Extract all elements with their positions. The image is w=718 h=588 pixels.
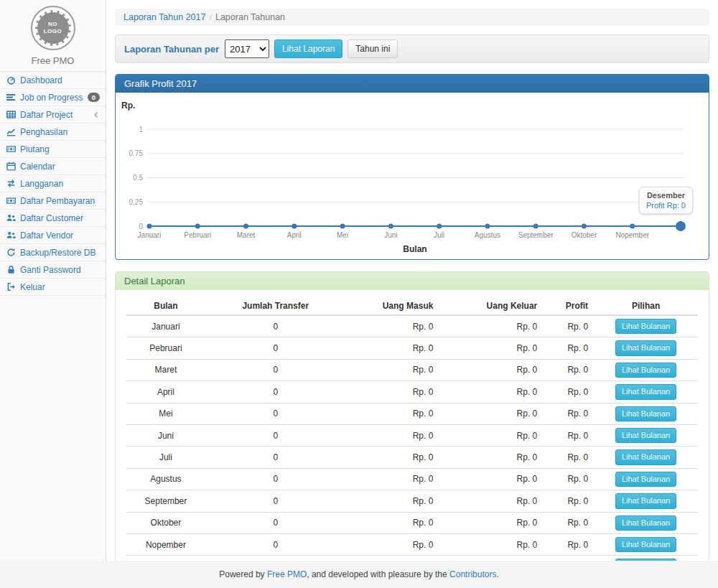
tahun-ini-button[interactable]: Tahun ini [348, 39, 398, 59]
chevron-left-icon [93, 111, 100, 118]
chart-area[interactable]: Rp.10.750.50.250JanuariPebruariMaretApri… [116, 93, 709, 259]
table-cell: Rp. 0 [543, 315, 594, 337]
lihat-bulanan-button[interactable]: Lihat Bulanan [615, 363, 676, 378]
sidebar-item-label: Langganan [20, 179, 63, 189]
table-cell: September [126, 490, 205, 512]
table-cell: Rp. 0 [346, 403, 439, 424]
sidebar-item-piutang[interactable]: Piutang [0, 141, 106, 158]
sidebar-item-label: Job on Progress [20, 93, 83, 103]
table-cell-action: Lihat Bulanan [594, 381, 698, 403]
exchange-icon [6, 179, 16, 188]
sidebar-item-label: Dashboard [20, 75, 62, 85]
table-cell: Juli [126, 447, 205, 468]
chart-tooltip: Desember Profit Rp: 0 [639, 187, 693, 214]
table-cell: 0 [205, 533, 346, 555]
table-cell: Rp. 0 [543, 490, 594, 512]
table-cell: Rp. 0 [439, 468, 543, 490]
table-cell: April [126, 381, 205, 403]
lihat-bulanan-button[interactable]: Lihat Bulanan [615, 406, 676, 421]
lihat-bulanan-button[interactable]: Lihat Bulanan [615, 493, 676, 508]
table-cell: Rp. 0 [439, 381, 543, 403]
table-cell: 0 [205, 468, 346, 490]
sidebar-item-langganan[interactable]: Langganan [0, 175, 106, 192]
page-footer: Powered by Free PMO, and developed with … [0, 561, 718, 588]
y-tick-label: 0.25 [129, 198, 144, 206]
tooltip-month: Desember [646, 191, 686, 200]
sidebar-item-calendar[interactable]: Calendar [0, 158, 106, 175]
table-cell: Pebruari [126, 337, 205, 359]
detail-panel-title: Detail Laporan [116, 272, 709, 290]
lihat-bulanan-button[interactable]: Lihat Bulanan [615, 537, 676, 552]
year-select[interactable]: 2017 [225, 39, 269, 58]
table-cell-action: Lihat Bulanan [594, 337, 698, 359]
money-icon [6, 144, 16, 154]
x-tick-label: September [518, 231, 554, 239]
sidebar-item-daftar-customer[interactable]: Daftar Customer [0, 210, 106, 227]
sidebar-item-daftar-project[interactable]: Daftar Project [0, 106, 106, 123]
sidebar-item-daftar-vendor[interactable]: Daftar Vendor [0, 227, 106, 244]
sidebar-item-job-on-progress[interactable]: Job on Progress0 [0, 89, 106, 106]
contributors-link[interactable]: Contributors [449, 569, 496, 579]
lihat-bulanan-button[interactable]: Lihat Bulanan [615, 384, 676, 399]
table-cell: Rp. 0 [439, 337, 543, 359]
table-row: Januari0Rp. 0Rp. 0Rp. 0Lihat Bulanan [126, 315, 698, 337]
table-cell: Rp. 0 [346, 337, 439, 359]
sidebar-item-penghasilan[interactable]: Penghasilan [0, 123, 106, 141]
detail-laporan-panel: Detail Laporan BulanJumlah TransferUang … [115, 271, 709, 588]
chart-panel-title: Grafik Profit 2017 [116, 75, 709, 93]
brand: NO LOGO Free PMO [0, 0, 106, 71]
table-cell: Rp. 0 [346, 381, 439, 403]
sidebar-menu: DashboardJob on Progress0Daftar ProjectP… [0, 71, 106, 296]
table-cell: 0 [205, 447, 346, 468]
lihat-laporan-button[interactable]: Lihat Laporan [274, 39, 342, 59]
lihat-bulanan-button[interactable]: Lihat Bulanan [615, 515, 676, 531]
table-cell: 0 [205, 512, 346, 533]
sidebar-item-backup-restore-db[interactable]: Backup/Restore DB [0, 244, 106, 261]
sidebar-item-keluar[interactable]: Keluar [0, 279, 106, 296]
report-table: BulanJumlah TransferUang MasukUang Kelua… [126, 297, 698, 588]
lihat-bulanan-button[interactable]: Lihat Bulanan [615, 449, 676, 465]
table-cell: 0 [205, 337, 346, 359]
y-tick-label: 0.5 [133, 174, 143, 182]
lihat-bulanan-button[interactable]: Lihat Bulanan [615, 319, 676, 334]
table-cell: Rp. 0 [543, 403, 594, 424]
free-pmo-link[interactable]: Free PMO [267, 569, 307, 579]
sidebar-item-dashboard[interactable]: Dashboard [0, 72, 106, 89]
tasks-icon [6, 93, 16, 102]
table-cell-action: Lihat Bulanan [594, 315, 698, 337]
breadcrumb-link-laporan-tahun[interactable]: Laporan Tahun 2017 [123, 12, 205, 22]
table-cell: Rp. 0 [543, 447, 594, 468]
lihat-bulanan-button[interactable]: Lihat Bulanan [615, 428, 676, 443]
lihat-bulanan-button[interactable]: Lihat Bulanan [615, 472, 676, 487]
table-cell: 0 [205, 424, 346, 446]
table-row: Nopember0Rp. 0Rp. 0Rp. 0Lihat Bulanan [126, 533, 698, 555]
x-tick-label: April [287, 231, 302, 239]
table-row: Pebruari0Rp. 0Rp. 0Rp. 0Lihat Bulanan [126, 337, 698, 359]
app-layout: NO LOGO Free PMO DashboardJob on Progres… [0, 0, 718, 561]
table-icon [6, 110, 16, 119]
table-row: April0Rp. 0Rp. 0Rp. 0Lihat Bulanan [126, 381, 698, 403]
sidebar-item-ganti-password[interactable]: Ganti Password [0, 261, 106, 279]
table-cell: 0 [205, 403, 346, 424]
x-tick-label: Juni [384, 231, 397, 239]
logo-text: NO LOGO [42, 21, 65, 35]
breadcrumb-separator: / [209, 12, 211, 22]
table-cell: Rp. 0 [346, 315, 439, 337]
column-header-bulan: Bulan [126, 297, 205, 315]
no-logo-badge: NO LOGO [31, 6, 75, 50]
profit-line-chart[interactable]: Rp.10.750.50.250JanuariPebruariMaretApri… [116, 95, 709, 255]
brand-name: Free PMO [0, 55, 106, 66]
table-cell: Rp. 0 [439, 359, 543, 381]
main-content: Laporan Tahun 2017/Laporan Tahunan Lapor… [106, 0, 718, 561]
year-filter-bar: Laporan Tahunan per 2017 Lihat Laporan T… [115, 34, 709, 63]
table-cell: Juni [126, 424, 205, 446]
lihat-bulanan-button[interactable]: Lihat Bulanan [615, 340, 676, 355]
sidebar-item-label: Calendar [20, 162, 55, 172]
table-cell: Rp. 0 [346, 359, 439, 381]
sidebar-item-label: Daftar Project [20, 110, 73, 120]
column-header-pilihan: Pilihan [594, 297, 698, 315]
table-cell: Rp. 0 [543, 359, 594, 381]
sidebar-item-label: Keluar [20, 282, 45, 292]
table-cell: 0 [205, 381, 346, 403]
sidebar-item-daftar-pembayaran[interactable]: Daftar Pembayaran [0, 192, 106, 210]
